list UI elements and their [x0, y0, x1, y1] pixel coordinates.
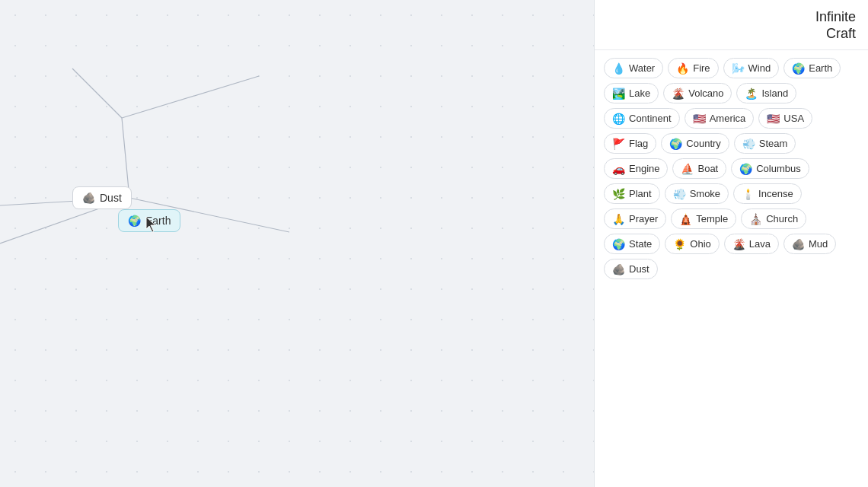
item-badge[interactable]: 🇺🇸America: [685, 108, 755, 129]
item-label: Flag: [629, 138, 648, 149]
item-badge[interactable]: 🚗Engine: [604, 158, 668, 179]
item-emoji: 🕯️: [742, 189, 755, 199]
item-emoji: 🔥: [676, 63, 689, 74]
item-badge[interactable]: 🌍State: [604, 234, 660, 254]
item-label: Wind: [748, 62, 771, 74]
item-emoji: ⛵: [681, 164, 694, 174]
header: Infinite Craft: [595, 0, 868, 50]
canvas-svg: [0, 0, 594, 487]
item-label: Lava: [749, 238, 771, 250]
item-label: Church: [766, 213, 798, 224]
item-label: Volcano: [688, 88, 723, 99]
item-badge[interactable]: 🌬️Wind: [723, 58, 780, 78]
item-badge[interactable]: 🙏Prayer: [604, 208, 666, 229]
item-emoji: 🏝️: [745, 88, 758, 99]
item-label: Prayer: [629, 213, 658, 224]
item-label: Earth: [809, 62, 832, 74]
item-label: Columbus: [756, 163, 801, 174]
item-label: Plant: [629, 188, 652, 199]
item-emoji: 🇺🇸: [693, 113, 706, 124]
items-container[interactable]: 💧Water🔥Fire🌬️Wind🌍Earth🏞️Lake🌋Volcano🏝️I…: [595, 50, 868, 487]
item-badge[interactable]: 🌐Continent: [604, 108, 680, 129]
item-emoji: 🌿: [612, 189, 625, 199]
item-emoji: 🚗: [612, 164, 625, 174]
earth-label: Earth: [145, 215, 171, 227]
item-emoji: 🌻: [673, 239, 686, 250]
item-emoji: 🚩: [612, 138, 625, 149]
item-badge[interactable]: 🌍Earth: [783, 58, 841, 78]
svg-line-3: [72, 68, 122, 118]
item-emoji: 🪨: [792, 239, 805, 250]
item-emoji: 🌍: [669, 138, 682, 149]
item-emoji: ⛪: [749, 214, 762, 224]
item-label: Smoke: [690, 188, 720, 199]
canvas-item-earth[interactable]: 🌍 Earth: [118, 209, 180, 232]
item-label: Continent: [629, 113, 672, 124]
item-emoji: 🌐: [612, 113, 625, 124]
dust-label: Dust: [100, 192, 122, 204]
logo-line2: Craft: [815, 26, 856, 43]
item-label: Temple: [696, 213, 728, 224]
item-badge[interactable]: ⛪Church: [741, 208, 806, 229]
item-emoji: 🌬️: [732, 63, 745, 74]
svg-line-2: [122, 76, 259, 118]
item-badge[interactable]: 💨Smoke: [665, 183, 729, 204]
item-emoji: 💨: [742, 138, 755, 149]
item-badge[interactable]: 💨Steam: [734, 133, 796, 154]
logo: Infinite Craft: [815, 9, 856, 42]
item-badge[interactable]: 🪨Mud: [783, 234, 836, 254]
item-badge[interactable]: 🏞️Lake: [604, 83, 659, 103]
item-badge[interactable]: 🌋Lava: [724, 234, 779, 254]
item-label: Country: [686, 138, 721, 149]
item-label: State: [629, 238, 652, 250]
sidebar: Infinite Craft 💧Water🔥Fire🌬️Wind🌍Earth🏞️…: [594, 0, 868, 487]
item-emoji: 🇺🇸: [767, 113, 780, 124]
item-label: Lake: [629, 88, 650, 99]
item-emoji: 🌍: [739, 164, 752, 174]
item-badge[interactable]: ⛵Boat: [672, 158, 726, 179]
item-label: Fire: [693, 62, 710, 74]
item-label: Ohio: [690, 238, 710, 250]
item-label: Engine: [629, 163, 659, 174]
item-badge[interactable]: 💧Water: [604, 58, 663, 78]
item-badge[interactable]: 🌍Country: [661, 133, 729, 154]
canvas-item-dust[interactable]: 🪨 Dust: [72, 186, 132, 209]
item-emoji: 🌍: [792, 63, 805, 74]
item-badge[interactable]: 🇺🇸USA: [758, 108, 812, 129]
item-badge[interactable]: 🏝️Island: [736, 83, 796, 103]
item-badge[interactable]: 🌻Ohio: [665, 234, 719, 254]
earth-emoji: 🌍: [128, 215, 141, 227]
item-label: Incense: [758, 188, 793, 199]
item-badge[interactable]: 🔥Fire: [668, 58, 718, 78]
dust-emoji: 🪨: [82, 192, 95, 204]
item-emoji: 💧: [612, 63, 625, 74]
item-emoji: 🪨: [612, 264, 625, 275]
item-emoji: 🌋: [672, 88, 685, 99]
item-badge[interactable]: 🪨Dust: [604, 259, 658, 279]
item-badge[interactable]: 🌋Volcano: [663, 83, 732, 103]
item-label: Island: [761, 88, 788, 99]
item-emoji: 🏞️: [612, 88, 625, 99]
item-label: Steam: [759, 138, 788, 149]
item-badge[interactable]: 🛕Temple: [671, 208, 736, 229]
item-emoji: 🙏: [612, 214, 625, 224]
item-badge[interactable]: 🌍Columbus: [731, 158, 809, 179]
item-emoji: 🛕: [679, 214, 692, 224]
logo-line1: Infinite: [815, 9, 856, 26]
item-label: Water: [629, 62, 655, 74]
item-emoji: 🌋: [732, 239, 745, 250]
item-label: Mud: [809, 238, 828, 250]
item-badge[interactable]: 🌿Plant: [604, 183, 660, 204]
item-label: Boat: [697, 163, 718, 174]
canvas-area[interactable]: 🪨 Dust 🌍 Earth: [0, 0, 594, 487]
item-emoji: 🌍: [612, 239, 625, 250]
item-label: America: [710, 113, 746, 124]
item-label: USA: [783, 113, 804, 124]
item-label: Dust: [629, 263, 649, 275]
item-emoji: 💨: [673, 189, 686, 199]
item-badge[interactable]: 🕯️Incense: [733, 183, 802, 204]
item-badge[interactable]: 🚩Flag: [604, 133, 656, 154]
